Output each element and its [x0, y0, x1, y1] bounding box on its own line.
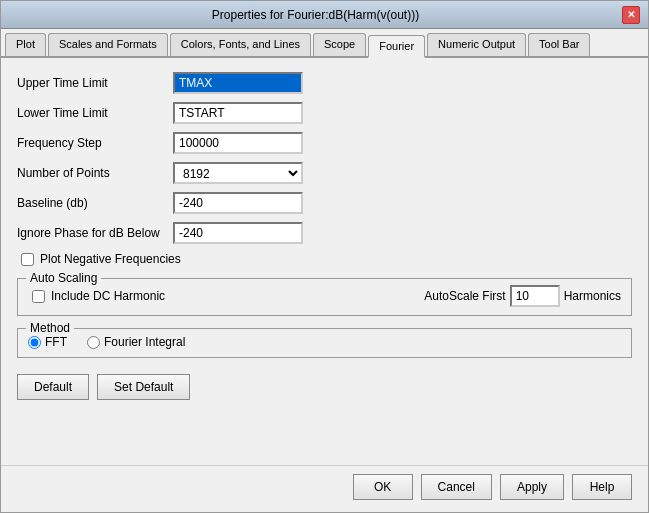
tab-scales-formats[interactable]: Scales and Formats [48, 33, 168, 56]
upper-time-limit-label: Upper Time Limit [17, 76, 165, 90]
number-of-points-select[interactable]: 8192 1024 2048 4096 16384 [173, 162, 303, 184]
main-window: Properties for Fourier:dB(Harm(v(out))) … [0, 0, 649, 513]
baseline-row: Baseline (db) [17, 192, 632, 214]
plot-negative-row: Plot Negative Frequencies [21, 252, 632, 266]
include-dc-row: Include DC Harmonic [32, 289, 165, 303]
autoscale-first-label: AutoScale First [424, 289, 505, 303]
fourier-integral-radio-item: Fourier Integral [87, 335, 185, 349]
tab-fourier[interactable]: Fourier [368, 35, 425, 58]
fourier-integral-label: Fourier Integral [104, 335, 185, 349]
tab-colors-fonts[interactable]: Colors, Fonts, and Lines [170, 33, 311, 56]
frequency-step-input[interactable] [173, 132, 303, 154]
fft-label: FFT [45, 335, 67, 349]
ignore-phase-row: Ignore Phase for dB Below [17, 222, 632, 244]
autoscale-group-label: Auto Scaling [26, 271, 101, 285]
plot-negative-label: Plot Negative Frequencies [40, 252, 181, 266]
fft-radio-item: FFT [28, 335, 67, 349]
number-of-points-label: Number of Points [17, 166, 165, 180]
upper-time-limit-row: Upper Time Limit [17, 72, 632, 94]
autoscale-first-input[interactable] [510, 285, 560, 307]
tab-numeric-output[interactable]: Numeric Output [427, 33, 526, 56]
baseline-label: Baseline (db) [17, 196, 165, 210]
set-default-button[interactable]: Set Default [97, 374, 190, 400]
lower-time-limit-row: Lower Time Limit [17, 102, 632, 124]
autoscale-group: Auto Scaling Include DC Harmonic AutoSca… [17, 278, 632, 316]
autoscale-right: AutoScale First Harmonics [424, 285, 621, 307]
frequency-step-row: Frequency Step [17, 132, 632, 154]
autoscale-row: Include DC Harmonic AutoScale First Harm… [28, 285, 621, 307]
footer: OK Cancel Apply Help [1, 465, 648, 512]
method-group-label: Method [26, 321, 74, 335]
baseline-input[interactable] [173, 192, 303, 214]
plot-negative-checkbox[interactable] [21, 253, 34, 266]
method-group: Method FFT Fourier Integral [17, 328, 632, 358]
tab-scope[interactable]: Scope [313, 33, 366, 56]
content-area: Upper Time Limit Lower Time Limit Freque… [1, 58, 648, 465]
upper-time-limit-input[interactable] [173, 72, 303, 94]
method-row: FFT Fourier Integral [28, 335, 621, 349]
cancel-button[interactable]: Cancel [421, 474, 492, 500]
tabs-bar: Plot Scales and Formats Colors, Fonts, a… [1, 29, 648, 58]
default-button[interactable]: Default [17, 374, 89, 400]
number-of-points-row: Number of Points 8192 1024 2048 4096 163… [17, 162, 632, 184]
help-button[interactable]: Help [572, 474, 632, 500]
ignore-phase-label: Ignore Phase for dB Below [17, 226, 165, 240]
frequency-step-label: Frequency Step [17, 136, 165, 150]
lower-time-limit-label: Lower Time Limit [17, 106, 165, 120]
title-bar: Properties for Fourier:dB(Harm(v(out))) … [1, 1, 648, 29]
harmonics-label: Harmonics [564, 289, 621, 303]
lower-time-limit-input[interactable] [173, 102, 303, 124]
tab-plot[interactable]: Plot [5, 33, 46, 56]
include-dc-label: Include DC Harmonic [51, 289, 165, 303]
fourier-integral-radio[interactable] [87, 336, 100, 349]
ok-button[interactable]: OK [353, 474, 413, 500]
apply-button[interactable]: Apply [500, 474, 564, 500]
close-button[interactable]: ✕ [622, 6, 640, 24]
default-buttons-row: Default Set Default [17, 374, 632, 400]
fft-radio[interactable] [28, 336, 41, 349]
window-title: Properties for Fourier:dB(Harm(v(out))) [9, 8, 622, 22]
ignore-phase-input[interactable] [173, 222, 303, 244]
tab-toolbar[interactable]: Tool Bar [528, 33, 590, 56]
include-dc-checkbox[interactable] [32, 290, 45, 303]
